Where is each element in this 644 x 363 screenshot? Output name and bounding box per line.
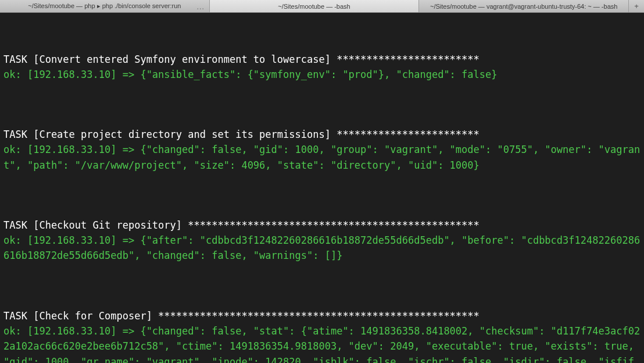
- task-block: TASK [Check for Composer] **************…: [3, 308, 641, 364]
- task-header: TASK [Checkout Git repository] *********…: [3, 219, 480, 231]
- tab-label: ~/Sites/mootube — vagrant@vagrant-ubuntu…: [430, 3, 617, 10]
- task-body: ok: [192.168.33.10] => {"changed": false…: [3, 144, 640, 170]
- plus-icon: +: [634, 2, 639, 10]
- task-header: TASK [Check for Composer] **************…: [3, 310, 480, 322]
- task-header: TASK [Create project directory and set i…: [3, 129, 480, 140]
- task-block: TASK [Checkout Git repository] *********…: [3, 218, 641, 264]
- task-body: ok: [192.168.33.10] => {"after": "cdbbcd…: [3, 234, 640, 261]
- new-tab-button[interactable]: +: [629, 0, 644, 12]
- tab-label: ~/Sites/mootube — -bash: [278, 3, 350, 10]
- tab-php-server[interactable]: ~/Sites/mootube — php ▸ php ./bin/consol…: [0, 0, 210, 12]
- task-header: TASK [Convert entered Symfony environmen…: [3, 54, 480, 65]
- task-body: ok: [192.168.33.10] => {"changed": false…: [3, 325, 640, 363]
- tab-overflow-icon[interactable]: …: [196, 2, 205, 10]
- tab-bash-vagrant[interactable]: ~/Sites/mootube — vagrant@vagrant-ubuntu…: [419, 0, 629, 12]
- task-block: TASK [Convert entered Symfony environmen…: [3, 52, 641, 83]
- terminal-output[interactable]: TASK [Convert entered Symfony environmen…: [0, 13, 644, 363]
- tab-bar: ~/Sites/mootube — php ▸ php ./bin/consol…: [0, 0, 644, 13]
- task-block: TASK [Create project directory and set i…: [3, 127, 641, 173]
- tab-label: ~/Sites/mootube — php ▸ php ./bin/consol…: [28, 2, 181, 10]
- tab-bash-local[interactable]: ~/Sites/mootube — -bash: [210, 0, 420, 12]
- task-body: ok: [192.168.33.10] => {"ansible_facts":…: [3, 69, 498, 80]
